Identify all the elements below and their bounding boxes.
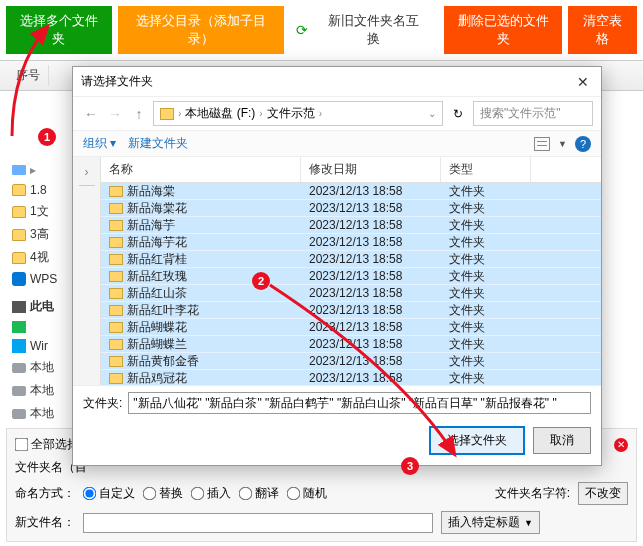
- file-name: 新品海棠花: [127, 200, 187, 217]
- file-name: 新品蝴蝶花: [127, 319, 187, 336]
- radio-custom[interactable]: 自定义: [83, 485, 135, 502]
- folder-icon: [109, 305, 123, 316]
- file-type: 文件夹: [441, 285, 531, 302]
- folder-icon: [109, 356, 123, 367]
- file-name: 新品鸡冠花: [127, 370, 187, 386]
- folder-name-input[interactable]: [128, 392, 591, 414]
- file-row[interactable]: 新品海芋2023/12/13 18:58文件夹: [101, 217, 601, 234]
- file-row[interactable]: 新品黄郁金香2023/12/13 18:58文件夹: [101, 353, 601, 370]
- radio-random[interactable]: 随机: [287, 485, 327, 502]
- col-index: 序号: [8, 65, 49, 86]
- folder-icon: [12, 252, 26, 264]
- close-icon[interactable]: ✕: [577, 74, 593, 90]
- clear-table-button[interactable]: 清空表格: [568, 6, 637, 54]
- file-type: 文件夹: [441, 353, 531, 370]
- naming-mode-label: 命名方式：: [15, 485, 75, 502]
- folder-icon: [109, 237, 123, 248]
- wps-icon: [12, 272, 26, 286]
- file-name: 新品红叶李花: [127, 302, 199, 319]
- chevron-down-icon: ▼: [524, 518, 533, 528]
- new-filename-label: 新文件名：: [15, 514, 75, 531]
- error-icon: ✕: [614, 438, 628, 452]
- nav-forward-icon[interactable]: →: [105, 104, 125, 124]
- dialog-title: 请选择文件夹: [81, 73, 153, 90]
- file-row[interactable]: 新品红叶李花2023/12/13 18:58文件夹: [101, 302, 601, 319]
- chevron-down-icon[interactable]: ⌄: [428, 108, 436, 119]
- callout-3: 3: [401, 457, 419, 475]
- file-row[interactable]: 新品红玫瑰2023/12/13 18:58文件夹: [101, 268, 601, 285]
- file-type: 文件夹: [441, 183, 531, 200]
- dialog-nav-pane-collapsed: ›: [73, 157, 101, 385]
- insert-title-select[interactable]: 插入特定标题 ▼: [441, 511, 540, 534]
- radio-insert[interactable]: 插入: [191, 485, 231, 502]
- chevron-right-icon: ›: [259, 108, 262, 119]
- folder-icon: [109, 288, 123, 299]
- folder-icon: [12, 229, 26, 241]
- folder-field-label: 文件夹:: [83, 395, 122, 412]
- nav-back-icon[interactable]: ←: [81, 104, 101, 124]
- new-folder-button[interactable]: 新建文件夹: [128, 135, 188, 152]
- file-date: 2023/12/13 18:58: [301, 184, 441, 198]
- file-date: 2023/12/13 18:58: [301, 218, 441, 232]
- file-type: 文件夹: [441, 370, 531, 386]
- search-input[interactable]: 搜索"文件示范": [473, 101, 593, 126]
- folder-picker-dialog: 请选择文件夹 ✕ ← → ↑ › 本地磁盘 (F:) › 文件示范 › ⌄ ↻ …: [72, 66, 602, 466]
- breadcrumb[interactable]: › 本地磁盘 (F:) › 文件示范 › ⌄: [153, 101, 443, 126]
- file-type: 文件夹: [441, 217, 531, 234]
- file-list-header[interactable]: 名称 修改日期 类型: [101, 157, 601, 183]
- file-date: 2023/12/13 18:58: [301, 252, 441, 266]
- file-name: 新品红背桂: [127, 251, 187, 268]
- select-parent-dir-button[interactable]: 选择父目录（添加子目录）: [118, 6, 285, 54]
- windows-icon: [12, 339, 26, 353]
- desktop-icon: [12, 165, 26, 175]
- swap-icon: ⟳: [296, 22, 308, 38]
- app-icon: [12, 321, 26, 333]
- radio-translate[interactable]: 翻译: [239, 485, 279, 502]
- file-row[interactable]: 新品红山茶2023/12/13 18:58文件夹: [101, 285, 601, 302]
- file-date: 2023/12/13 18:58: [301, 354, 441, 368]
- cancel-button[interactable]: 取消: [533, 427, 591, 454]
- chevron-right-icon[interactable]: ›: [85, 165, 89, 179]
- chevron-down-icon[interactable]: ▼: [558, 139, 567, 149]
- file-name: 新品海棠: [127, 183, 175, 200]
- file-row[interactable]: 新品红背桂2023/12/13 18:58文件夹: [101, 251, 601, 268]
- drive-icon: [12, 409, 26, 419]
- file-date: 2023/12/13 18:58: [301, 320, 441, 334]
- organize-menu[interactable]: 组织 ▾: [83, 135, 116, 152]
- callout-1: 1: [38, 128, 56, 146]
- file-row[interactable]: 新品海棠2023/12/13 18:58文件夹: [101, 183, 601, 200]
- file-name: 新品红山茶: [127, 285, 187, 302]
- radio-replace[interactable]: 替换: [143, 485, 183, 502]
- view-options-icon[interactable]: [534, 137, 550, 151]
- refresh-icon[interactable]: ↻: [447, 103, 469, 125]
- nav-up-icon[interactable]: ↑: [129, 104, 149, 124]
- folder-icon: [109, 254, 123, 265]
- file-row[interactable]: 新品海棠花2023/12/13 18:58文件夹: [101, 200, 601, 217]
- file-type: 文件夹: [441, 234, 531, 251]
- help-icon[interactable]: ?: [575, 136, 591, 152]
- file-name: 新品海芋: [127, 217, 175, 234]
- file-type: 文件夹: [441, 200, 531, 217]
- char-mode-select[interactable]: 不改变: [578, 482, 628, 505]
- file-name: 新品黄郁金香: [127, 353, 199, 370]
- folder-icon: [12, 206, 26, 218]
- file-row[interactable]: 新品蝴蝶花2023/12/13 18:58文件夹: [101, 319, 601, 336]
- select-folder-button[interactable]: 选择文件夹: [429, 426, 525, 455]
- select-multi-folders-button[interactable]: 选择多个文件夹: [6, 6, 112, 54]
- select-all-checkbox[interactable]: 全部选择: [15, 436, 79, 453]
- delete-selected-button[interactable]: 删除已选的文件夹: [444, 6, 562, 54]
- folder-icon: [12, 184, 26, 196]
- swap-names-button[interactable]: 新旧文件夹名互换: [314, 6, 432, 54]
- file-row[interactable]: 新品鸡冠花2023/12/13 18:58文件夹: [101, 370, 601, 385]
- folder-icon: [109, 271, 123, 282]
- chevron-right-icon: ›: [319, 108, 322, 119]
- file-type: 文件夹: [441, 302, 531, 319]
- file-date: 2023/12/13 18:58: [301, 201, 441, 215]
- folder-icon: [109, 339, 123, 350]
- new-filename-input[interactable]: [83, 513, 433, 533]
- folder-icon: [109, 220, 123, 231]
- file-row[interactable]: 新品蝴蝶兰2023/12/13 18:58文件夹: [101, 336, 601, 353]
- folder-icon: [109, 322, 123, 333]
- file-row[interactable]: 新品海芋花2023/12/13 18:58文件夹: [101, 234, 601, 251]
- folder-icon: [109, 373, 123, 384]
